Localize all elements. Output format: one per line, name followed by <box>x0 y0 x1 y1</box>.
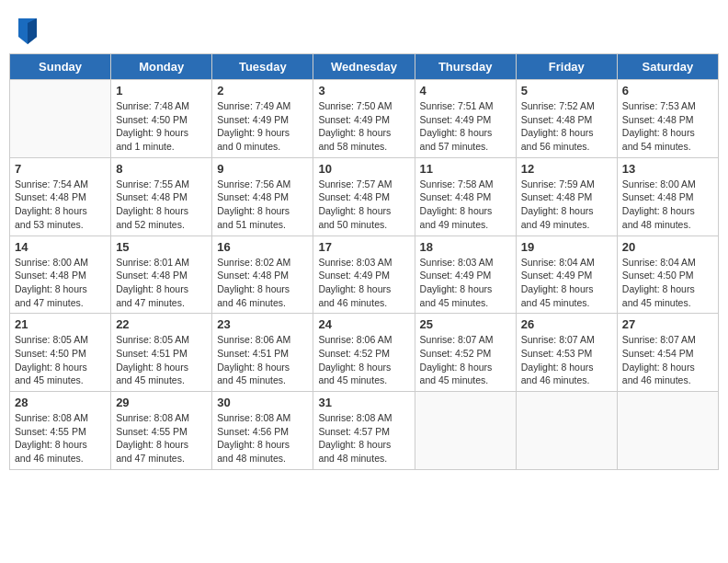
day-number: 12 <box>521 162 612 176</box>
calendar-header-row: SundayMondayTuesdayWednesdayThursdayFrid… <box>10 54 719 80</box>
calendar-cell <box>10 80 111 158</box>
day-info: Sunrise: 8:05 AMSunset: 4:51 PMDaylight:… <box>116 333 207 387</box>
day-info: Sunrise: 8:08 AMSunset: 4:55 PMDaylight:… <box>116 411 207 465</box>
calendar-cell <box>617 392 718 470</box>
calendar-cell: 6Sunrise: 7:53 AMSunset: 4:48 PMDaylight… <box>617 80 718 158</box>
day-number: 31 <box>318 396 409 409</box>
day-info: Sunrise: 8:05 AMSunset: 4:50 PMDaylight:… <box>15 333 106 387</box>
day-of-week-header: Sunday <box>10 54 111 80</box>
page-header <box>9 9 719 49</box>
day-number: 23 <box>217 317 308 331</box>
day-info: Sunrise: 7:53 AMSunset: 4:48 PMDaylight:… <box>622 99 713 154</box>
day-info: Sunrise: 7:48 AMSunset: 4:50 PMDaylight:… <box>116 99 207 154</box>
day-number: 29 <box>116 396 207 409</box>
day-number: 24 <box>318 317 409 331</box>
calendar-cell: 13Sunrise: 8:00 AMSunset: 4:48 PMDayligh… <box>617 157 718 236</box>
day-number: 9 <box>217 162 308 176</box>
calendar-cell: 14Sunrise: 8:00 AMSunset: 4:48 PMDayligh… <box>10 236 111 314</box>
day-info: Sunrise: 8:07 AMSunset: 4:54 PMDaylight:… <box>622 333 713 387</box>
day-of-week-header: Monday <box>111 54 212 80</box>
calendar-cell: 26Sunrise: 8:07 AMSunset: 4:53 PMDayligh… <box>516 314 617 392</box>
day-info: Sunrise: 7:49 AMSunset: 4:49 PMDaylight:… <box>217 99 308 154</box>
day-number: 22 <box>116 317 207 331</box>
day-info: Sunrise: 7:52 AMSunset: 4:48 PMDaylight:… <box>521 99 612 154</box>
calendar-cell: 19Sunrise: 8:04 AMSunset: 4:49 PMDayligh… <box>516 236 617 314</box>
calendar-cell: 11Sunrise: 7:58 AMSunset: 4:48 PMDayligh… <box>415 157 516 236</box>
calendar-cell <box>415 392 516 470</box>
calendar-cell: 7Sunrise: 7:54 AMSunset: 4:48 PMDaylight… <box>10 157 111 236</box>
day-number: 27 <box>622 317 713 331</box>
calendar-cell: 28Sunrise: 8:08 AMSunset: 4:55 PMDayligh… <box>10 392 111 470</box>
calendar: SundayMondayTuesdayWednesdayThursdayFrid… <box>9 53 719 470</box>
calendar-cell: 23Sunrise: 8:06 AMSunset: 4:51 PMDayligh… <box>212 314 313 392</box>
day-number: 3 <box>318 84 409 98</box>
calendar-week-row: 1Sunrise: 7:48 AMSunset: 4:50 PMDaylight… <box>10 80 719 158</box>
day-number: 13 <box>622 162 713 176</box>
day-info: Sunrise: 8:04 AMSunset: 4:50 PMDaylight:… <box>622 256 713 310</box>
calendar-cell: 10Sunrise: 7:57 AMSunset: 4:48 PMDayligh… <box>313 157 415 236</box>
day-number: 16 <box>217 240 308 254</box>
day-info: Sunrise: 8:02 AMSunset: 4:48 PMDaylight:… <box>217 256 308 310</box>
calendar-cell: 5Sunrise: 7:52 AMSunset: 4:48 PMDaylight… <box>516 80 617 158</box>
day-number: 15 <box>116 240 207 254</box>
day-of-week-header: Friday <box>516 54 617 80</box>
day-info: Sunrise: 8:01 AMSunset: 4:48 PMDaylight:… <box>116 256 207 310</box>
day-number: 21 <box>15 317 106 331</box>
day-of-week-header: Saturday <box>617 54 718 80</box>
calendar-cell: 25Sunrise: 8:07 AMSunset: 4:52 PMDayligh… <box>415 314 516 392</box>
calendar-week-row: 7Sunrise: 7:54 AMSunset: 4:48 PMDaylight… <box>10 157 719 236</box>
calendar-week-row: 21Sunrise: 8:05 AMSunset: 4:50 PMDayligh… <box>10 314 719 392</box>
day-info: Sunrise: 7:59 AMSunset: 4:48 PMDaylight:… <box>521 178 612 232</box>
day-info: Sunrise: 7:57 AMSunset: 4:48 PMDaylight:… <box>318 178 409 232</box>
day-number: 8 <box>116 162 207 176</box>
day-number: 1 <box>116 84 207 98</box>
calendar-cell <box>516 392 617 470</box>
calendar-cell: 22Sunrise: 8:05 AMSunset: 4:51 PMDayligh… <box>111 314 212 392</box>
calendar-week-row: 28Sunrise: 8:08 AMSunset: 4:55 PMDayligh… <box>10 392 719 470</box>
logo-icon <box>18 18 37 44</box>
day-info: Sunrise: 8:07 AMSunset: 4:52 PMDaylight:… <box>420 333 511 387</box>
day-number: 4 <box>420 84 511 98</box>
calendar-cell: 9Sunrise: 7:56 AMSunset: 4:48 PMDaylight… <box>212 157 313 236</box>
day-info: Sunrise: 8:03 AMSunset: 4:49 PMDaylight:… <box>420 256 511 310</box>
day-info: Sunrise: 7:58 AMSunset: 4:48 PMDaylight:… <box>420 178 511 232</box>
day-info: Sunrise: 8:06 AMSunset: 4:52 PMDaylight:… <box>318 333 409 387</box>
day-number: 25 <box>420 317 511 331</box>
day-number: 7 <box>15 162 106 176</box>
day-number: 19 <box>521 240 612 254</box>
day-of-week-header: Tuesday <box>212 54 313 80</box>
day-number: 17 <box>318 240 409 254</box>
day-info: Sunrise: 8:07 AMSunset: 4:53 PMDaylight:… <box>521 333 612 387</box>
day-info: Sunrise: 7:51 AMSunset: 4:49 PMDaylight:… <box>420 99 511 154</box>
day-info: Sunrise: 7:54 AMSunset: 4:48 PMDaylight:… <box>15 178 106 232</box>
day-number: 11 <box>420 162 511 176</box>
calendar-cell: 2Sunrise: 7:49 AMSunset: 4:49 PMDaylight… <box>212 80 313 158</box>
calendar-cell: 27Sunrise: 8:07 AMSunset: 4:54 PMDayligh… <box>617 314 718 392</box>
calendar-cell: 3Sunrise: 7:50 AMSunset: 4:49 PMDaylight… <box>313 80 415 158</box>
day-of-week-header: Thursday <box>415 54 516 80</box>
day-number: 6 <box>622 84 713 98</box>
day-number: 10 <box>318 162 409 176</box>
day-info: Sunrise: 8:03 AMSunset: 4:49 PMDaylight:… <box>318 256 409 310</box>
calendar-cell: 4Sunrise: 7:51 AMSunset: 4:49 PMDaylight… <box>415 80 516 158</box>
calendar-cell: 20Sunrise: 8:04 AMSunset: 4:50 PMDayligh… <box>617 236 718 314</box>
day-number: 14 <box>15 240 106 254</box>
day-number: 30 <box>217 396 308 409</box>
day-info: Sunrise: 8:08 AMSunset: 4:55 PMDaylight:… <box>15 411 106 465</box>
calendar-cell: 8Sunrise: 7:55 AMSunset: 4:48 PMDaylight… <box>111 157 212 236</box>
day-info: Sunrise: 7:50 AMSunset: 4:49 PMDaylight:… <box>318 99 409 154</box>
day-info: Sunrise: 7:56 AMSunset: 4:48 PMDaylight:… <box>217 178 308 232</box>
calendar-cell: 18Sunrise: 8:03 AMSunset: 4:49 PMDayligh… <box>415 236 516 314</box>
calendar-cell: 1Sunrise: 7:48 AMSunset: 4:50 PMDaylight… <box>111 80 212 158</box>
calendar-cell: 17Sunrise: 8:03 AMSunset: 4:49 PMDayligh… <box>313 236 415 314</box>
day-info: Sunrise: 8:08 AMSunset: 4:57 PMDaylight:… <box>318 411 409 465</box>
day-info: Sunrise: 7:55 AMSunset: 4:48 PMDaylight:… <box>116 178 207 232</box>
calendar-cell: 29Sunrise: 8:08 AMSunset: 4:55 PMDayligh… <box>111 392 212 470</box>
calendar-cell: 12Sunrise: 7:59 AMSunset: 4:48 PMDayligh… <box>516 157 617 236</box>
day-number: 2 <box>217 84 308 98</box>
day-number: 18 <box>420 240 511 254</box>
calendar-cell: 15Sunrise: 8:01 AMSunset: 4:48 PMDayligh… <box>111 236 212 314</box>
calendar-cell: 31Sunrise: 8:08 AMSunset: 4:57 PMDayligh… <box>313 392 415 470</box>
calendar-cell: 24Sunrise: 8:06 AMSunset: 4:52 PMDayligh… <box>313 314 415 392</box>
day-info: Sunrise: 8:04 AMSunset: 4:49 PMDaylight:… <box>521 256 612 310</box>
